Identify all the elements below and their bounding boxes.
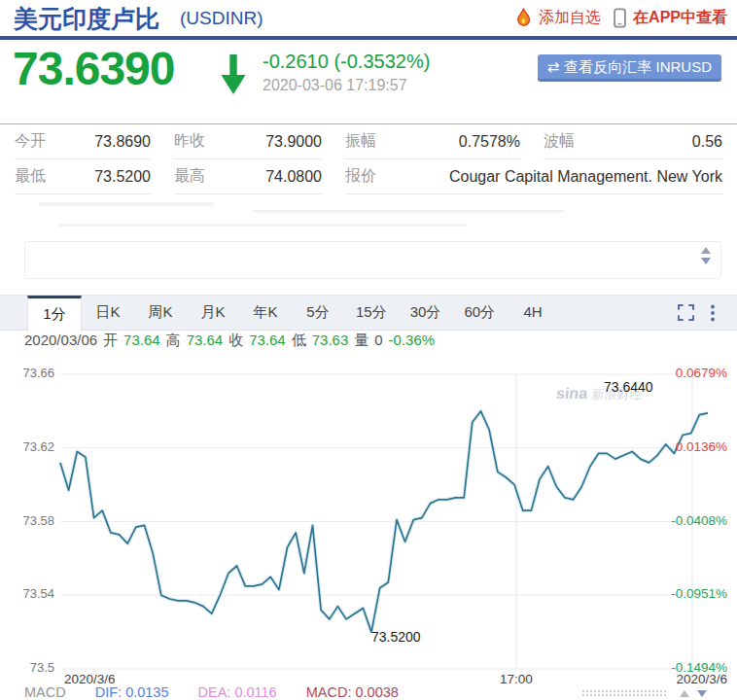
stat-label: 最低 [15, 166, 46, 187]
ghost-line [39, 202, 214, 206]
ghost-line [58, 224, 467, 227]
ohlc-segment: 0 [374, 332, 382, 350]
price-down-arrow-icon [220, 54, 247, 99]
tab-30min[interactable]: 30分 [399, 296, 453, 330]
price-change: -0.2610 (-0.3532%) [263, 51, 430, 73]
tab-yearly-k[interactable]: 年K [239, 296, 292, 330]
y-axis-label: 73.62 [4, 439, 54, 454]
ohlc-segment: 73.64 [123, 332, 160, 350]
stat-value: 0.7578% [459, 133, 520, 151]
add-watchlist-button[interactable]: 添加自选 [539, 8, 601, 28]
price-chart[interactable]: sina 新浪财经 73.6673.6273.5873.5473.50.0679… [0, 352, 737, 687]
stat-value: 74.0800 [265, 168, 322, 186]
more-options-icon[interactable] [710, 304, 716, 322]
ohlc-segment: 收 [228, 332, 243, 350]
tab-5min[interactable]: 5分 [292, 296, 344, 330]
chart-period-tabs: 1分日K周K月K年K5分15分30分60分4H [27, 296, 559, 330]
stat-label: 报价 [345, 166, 376, 187]
y-axis-label: 73.5 [4, 660, 54, 675]
collapsed-panel [0, 194, 737, 295]
ohlc-segment: 73.63 [312, 332, 349, 350]
flame-icon [515, 7, 532, 28]
panel-scroll-arrows [701, 247, 711, 264]
stat-cell: 波幅0.56 [544, 124, 722, 159]
tab-4h[interactable]: 4H [507, 296, 559, 330]
quote-timestamp: 2020-03-06 17:19:57 [263, 77, 407, 94]
right-axis-label: 0.0679% [649, 366, 727, 380]
stat-label: 振幅 [345, 131, 376, 152]
ohlc-segment: 开 [103, 332, 118, 350]
ghost-line [253, 210, 564, 213]
stats-table: 今开73.8690昨收73.9000振幅0.7578%波幅0.56 最低73.5… [0, 123, 737, 194]
stat-cell: 昨收73.9000 [174, 124, 322, 159]
macd-label: MACD [24, 684, 66, 700]
indicator-up-icon[interactable] [680, 690, 689, 697]
tab-15min[interactable]: 15分 [344, 296, 399, 330]
stat-cell: 最低73.5200 [15, 159, 151, 194]
y-axis-label: 73.58 [4, 513, 54, 528]
view-in-app-button[interactable]: 在APP中查看 [633, 8, 727, 28]
stat-cell: 今开73.8690 [15, 124, 151, 159]
right-axis-label: -0.0408% [649, 513, 727, 528]
phone-icon [614, 8, 626, 28]
symbol-label: (USDINR) [180, 8, 263, 29]
macd-value: MACD: 0.0038 [306, 684, 399, 700]
stat-value: 73.8690 [94, 133, 151, 151]
tab-bar-icons [678, 296, 716, 330]
stat-label: 今开 [15, 131, 46, 152]
reverse-rate-button[interactable]: ⇄ 查看反向汇率 INRUSD [538, 54, 721, 82]
chart-period-tab-bar: 1分日K周K月K年K5分15分30分60分4H [0, 295, 737, 331]
scroll-up-icon[interactable] [701, 247, 711, 254]
chart-low-annotation: 73.5200 [371, 629, 421, 645]
stat-value: 73.9000 [265, 133, 322, 151]
scroll-down-icon[interactable] [701, 258, 711, 264]
right-axis-label: -0.0951% [649, 586, 727, 601]
stat-label: 昨收 [174, 131, 205, 152]
ohlc-segment: 73.64 [187, 332, 224, 350]
stat-cell: 最高74.0800 [174, 159, 322, 194]
indicator-scrollbar[interactable] [581, 689, 667, 697]
stat-label: 波幅 [544, 131, 575, 152]
stat-label: 最高 [174, 166, 205, 187]
price-value: 73.6390 [13, 42, 175, 95]
reverse-rate-label: 查看反向汇率 INRUSD [564, 53, 712, 81]
page-title: 美元印度卢比 [14, 3, 159, 35]
ohlc-segment: 73.64 [249, 332, 286, 350]
stat-value: Cougar Capital Management. New York [449, 168, 722, 186]
stats-row: 最低73.5200最高74.0800报价Cougar Capital Manag… [15, 159, 722, 194]
header: 美元印度卢比 (USDINR) 添加自选 在APP中查看 [0, 0, 737, 40]
indicator-down-icon[interactable] [697, 690, 707, 697]
ohlc-segment: -0.36% [389, 332, 436, 350]
stat-value: 0.56 [692, 133, 722, 151]
stat-cell: 振幅0.7578% [345, 124, 520, 159]
chart-high-annotation: 73.6440 [604, 379, 653, 395]
tab-60min[interactable]: 60分 [452, 296, 507, 330]
x-axis-label: 17:00 [492, 672, 541, 686]
ohlc-segment: 量 [354, 332, 368, 350]
ohlc-segment: 2020/03/06 [24, 332, 97, 350]
ohlc-segment: 低 [292, 332, 306, 350]
y-axis-label: 73.54 [4, 586, 54, 601]
fullscreen-icon[interactable] [678, 304, 694, 321]
tab-monthly-k[interactable]: 月K [187, 296, 239, 330]
tab-daily-k[interactable]: 日K [82, 296, 134, 330]
ohlc-segment: 高 [166, 332, 181, 350]
collapsed-list-box [24, 241, 721, 279]
tab-weekly-k[interactable]: 周K [134, 296, 187, 330]
tab-1min[interactable]: 1分 [27, 296, 82, 331]
y-axis-label: 73.66 [4, 366, 54, 380]
dea-value: DEA: 0.0116 [198, 684, 277, 700]
right-axis-label: 0.0136% [649, 439, 727, 454]
quote-section: 73.6390 -0.2610 (-0.3532%) 2020-03-06 17… [0, 40, 737, 123]
ohlc-info-bar: 2020/03/06开73.64高73.64收73.64低73.63量0-0.3… [24, 332, 435, 350]
header-actions: 添加自选 在APP中查看 [515, 7, 727, 28]
stat-cell: 报价Cougar Capital Management. New York [345, 159, 722, 194]
swap-icon: ⇄ [547, 53, 560, 81]
macd-indicator-bar: MACD DIF: 0.0135 DEA: 0.0116 MACD: 0.003… [24, 684, 424, 700]
stat-value: 73.5200 [94, 168, 151, 186]
forex-quote-page: 美元印度卢比 (USDINR) 添加自选 在APP中查看 73.6390 [0, 0, 737, 700]
stats-row: 今开73.8690昨收73.9000振幅0.7578%波幅0.56 [15, 124, 722, 159]
x-axis-label: 2020/3/6 [675, 672, 727, 686]
dif-value: DIF: 0.0135 [95, 684, 169, 700]
